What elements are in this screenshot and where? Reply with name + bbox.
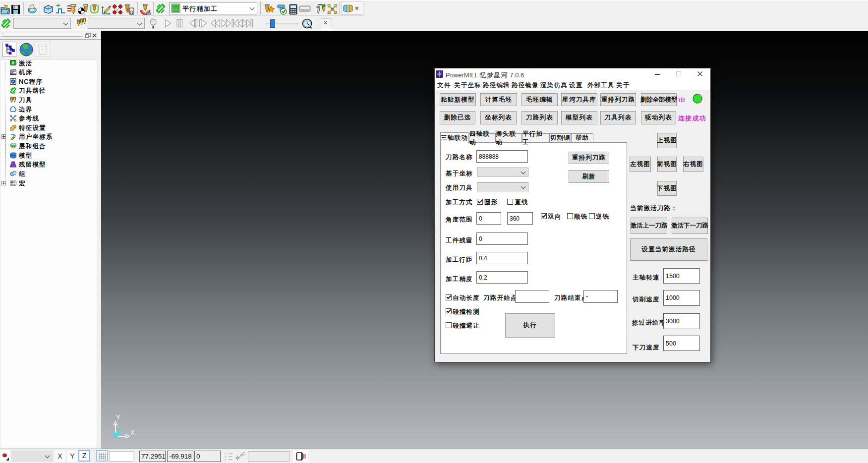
svg-text:X: X xyxy=(130,429,135,436)
svg-text:Y: Y xyxy=(116,413,120,421)
svg-text:z: z xyxy=(225,458,226,461)
svg-text:Z: Z xyxy=(117,428,121,436)
